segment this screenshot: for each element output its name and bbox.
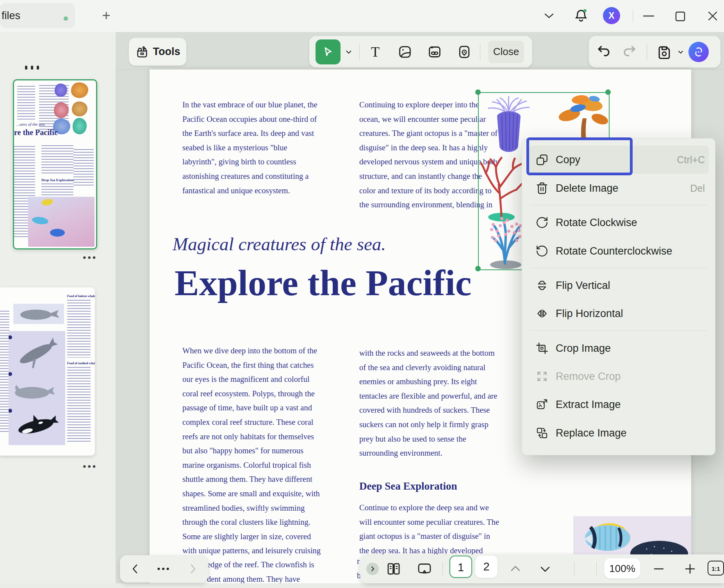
- reading-mode-button[interactable]: [385, 561, 402, 577]
- menu-item-rotate-clockwise[interactable]: Rotate Clockwise: [522, 210, 715, 235]
- menu-item-extract-image[interactable]: Extract Image: [522, 392, 715, 417]
- menu-item-shortcut: Ctrl+C: [677, 147, 705, 173]
- selection-handle-bottom-left[interactable]: [475, 266, 481, 271]
- thumb-coral: [54, 102, 69, 118]
- notifications-button[interactable]: [572, 7, 590, 27]
- select-tool-dropdown-icon[interactable]: [344, 47, 354, 57]
- page-thumbnail-2[interactable]: Food of baleen whales Food of toothed wh…: [0, 287, 95, 456]
- doc-line: Pacific Ocean occupies about one-third o…: [182, 112, 317, 127]
- menu-item-remove-crop[interactable]: Remove Crop: [522, 363, 715, 389]
- zoom-out-button[interactable]: [652, 563, 665, 575]
- thumb-coral: [73, 118, 87, 134]
- crop-icon: [535, 342, 549, 355]
- save-dropdown-icon[interactable]: [676, 47, 685, 57]
- menu-item-replace-image[interactable]: Replace Image: [522, 420, 715, 446]
- bottombar-divider: [442, 562, 443, 576]
- pager-next-button[interactable]: [188, 563, 198, 575]
- page-button-1[interactable]: 1: [449, 556, 472, 578]
- selection-handle-top-left[interactable]: [475, 89, 481, 95]
- doc-line: with the rocks and seaweeds at the botto…: [359, 346, 497, 360]
- file-tab-label: files: [2, 10, 20, 22]
- thumb-text-placeholder: [67, 300, 91, 358]
- trash-icon: [535, 182, 549, 195]
- doc-line: fantastical and unique ecosystem.: [182, 184, 317, 198]
- tabs-dropdown-icon[interactable]: [543, 12, 555, 20]
- page-location-tool[interactable]: [454, 42, 474, 62]
- menu-item-shortcut: Del: [690, 175, 705, 201]
- previous-page-button[interactable]: [508, 563, 522, 575]
- doc-line: giant octopus is a "master of disguise" …: [359, 529, 499, 543]
- edit-toolbar: T Close: [309, 36, 532, 68]
- pager-more-button[interactable]: •••: [157, 564, 171, 574]
- thumb-text-placeholder: [41, 145, 73, 175]
- thumb-fish: [41, 198, 53, 207]
- menu-item-flip-vertical[interactable]: Flip Vertical: [522, 273, 715, 298]
- add-text-tool[interactable]: T: [365, 42, 385, 62]
- zoom-in-button[interactable]: [683, 561, 697, 576]
- paragraph-col5: Continue to explore the deep sea and we …: [359, 501, 499, 558]
- page-button-2[interactable]: 2: [475, 556, 498, 578]
- thumb-coral: [55, 84, 67, 97]
- cursor-icon: [321, 45, 335, 59]
- actual-size-button[interactable]: 1:1: [708, 561, 724, 576]
- close-edit-mode-button[interactable]: Close: [488, 41, 524, 63]
- ai-swirl-icon: [692, 45, 705, 59]
- undo-icon[interactable]: [595, 43, 612, 61]
- remove-crop-icon: [535, 370, 549, 383]
- thumb-text-placeholder: [0, 311, 9, 432]
- tools-button[interactable]: Tools: [129, 38, 186, 66]
- doc-line: labyrinth", giving birth to countless: [182, 155, 317, 169]
- thumb-fish: [50, 229, 65, 237]
- doc-line: Pacific Ocean, the first thing that catc…: [182, 358, 321, 372]
- doc-subtitle: Magical creatures of the sea.: [173, 233, 386, 255]
- menu-item-copy[interactable]: Copy Ctrl+C: [522, 147, 715, 173]
- text-tool-icon: T: [371, 44, 380, 60]
- maximize-button[interactable]: [675, 11, 686, 22]
- menu-item-label: Flip Vertical: [556, 273, 610, 298]
- doc-line: tentacles are flexible and powerful, and…: [359, 389, 497, 403]
- menu-item-delete-image[interactable]: Delete Image Del: [522, 175, 715, 201]
- redo-icon[interactable]: [621, 43, 638, 61]
- expand-panel-button[interactable]: [366, 563, 379, 575]
- new-tab-button[interactable]: +: [98, 7, 114, 24]
- extract-image-icon: [535, 398, 549, 411]
- app-window: files + X ls: [0, 0, 724, 588]
- close-window-button[interactable]: [707, 11, 718, 21]
- add-image-tool[interactable]: [395, 42, 415, 62]
- link-icon: [427, 44, 442, 60]
- doc-line: of the sea and cleverly avoiding natural: [359, 360, 497, 375]
- thumbnail-2-more-button[interactable]: •••: [83, 461, 97, 472]
- doc-line: astonishing creatures and constituting a: [182, 169, 317, 184]
- menu-item-flip-horizontal[interactable]: Flip Horizontal: [522, 301, 715, 326]
- doc-line-fragment: r: [357, 557, 360, 566]
- presentation-mode-button[interactable]: [416, 561, 433, 577]
- thumb-subtitle: ...ures of the sea.: [16, 122, 45, 127]
- paragraph-col4: with the rocks and seaweeds at the botto…: [359, 346, 497, 460]
- file-tab[interactable]: files: [0, 3, 75, 28]
- doc-line: but also "happy homes" for numerous: [182, 444, 321, 458]
- minimize-button[interactable]: [643, 15, 654, 17]
- flip-vertical-icon: [535, 279, 549, 292]
- menu-item-crop-image[interactable]: Crop Image: [522, 335, 715, 361]
- select-tool-button[interactable]: [316, 39, 341, 64]
- image-context-menu: Copy Ctrl+C Delete Image Del Rotate Cloc…: [522, 138, 715, 455]
- next-page-button[interactable]: [538, 563, 552, 575]
- ai-assistant-button[interactable]: [688, 42, 709, 62]
- doc-line: our eyes is the magnificent and colorful: [182, 372, 321, 387]
- save-icon[interactable]: [656, 43, 673, 61]
- close-button-label: Close: [493, 46, 519, 58]
- thumbnail-1-more-button[interactable]: •••: [83, 252, 97, 263]
- pager-prev-button[interactable]: [130, 563, 140, 575]
- thumb-heading: Food of toothed whales: [67, 362, 95, 365]
- thumbnails-panel: ...ures of the sea. re the Pacific Deep …: [0, 69, 116, 588]
- thumb-whale-photo: [13, 304, 64, 324]
- add-link-tool[interactable]: [424, 42, 445, 62]
- page-thumbnail-1[interactable]: ...ures of the sea. re the Pacific Deep …: [13, 79, 97, 249]
- menu-item-label: Extract Image: [556, 392, 621, 417]
- doc-line: edge of the reef. The clownfish is: [207, 558, 314, 572]
- selection-handle-top-right[interactable]: [605, 89, 611, 95]
- zoom-level-display[interactable]: 100%: [604, 558, 640, 579]
- menu-item-rotate-counterclockwise[interactable]: Rotate Counterclockwise: [522, 238, 715, 264]
- account-avatar[interactable]: X: [603, 7, 620, 24]
- thumb-photo: [28, 197, 95, 247]
